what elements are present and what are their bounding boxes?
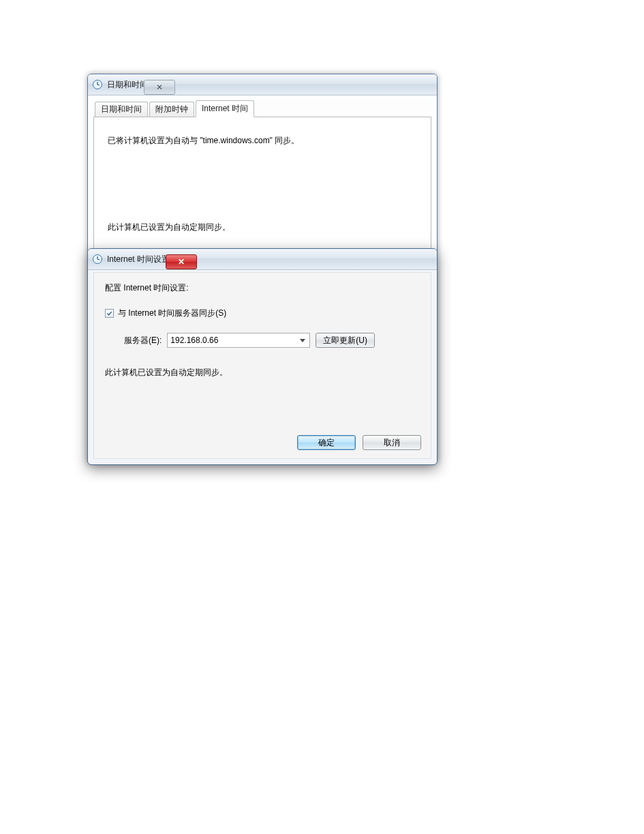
auto-sync-status-text: 此计算机已设置为自动定期同步。 xyxy=(108,222,417,233)
tab-internet-time[interactable]: Internet 时间 xyxy=(196,100,254,117)
check-icon xyxy=(106,310,112,316)
date-time-title: 日期和时间 xyxy=(107,79,148,91)
date-time-titlebar[interactable]: 日期和时间 ✕ xyxy=(88,74,437,95)
settings-body: 配置 Internet 时间设置: 与 Internet 时间服务器同步(S) … xyxy=(93,272,431,459)
settings-title: Internet 时间设置 xyxy=(107,254,170,265)
sync-info-text: 已将计算机设置为自动与 "time.windows.com" 同步。 xyxy=(108,135,417,147)
clock-icon xyxy=(92,79,103,90)
close-button[interactable]: ✕ xyxy=(166,254,197,269)
tab-date-time[interactable]: 日期和时间 xyxy=(95,102,148,117)
settings-titlebar[interactable]: Internet 时间设置 ✕ xyxy=(88,249,437,270)
server-label: 服务器(E): xyxy=(124,335,162,346)
cancel-button[interactable]: 取消 xyxy=(363,435,421,450)
sync-checkbox[interactable] xyxy=(105,309,114,318)
tab-label: Internet 时间 xyxy=(202,103,248,115)
dialog-buttons: 确定 取消 xyxy=(297,435,421,450)
chevron-down-icon xyxy=(300,339,305,342)
ok-label: 确定 xyxy=(318,437,335,449)
ok-button[interactable]: 确定 xyxy=(297,435,356,450)
auto-sync-status-text: 此计算机已设置为自动定期同步。 xyxy=(105,367,420,378)
tab-label: 日期和时间 xyxy=(101,104,142,115)
close-icon: ✕ xyxy=(156,83,163,92)
update-now-label: 立即更新(U) xyxy=(323,335,367,346)
close-button[interactable]: ✕ xyxy=(144,80,175,95)
tabstrip: 日期和时间 附加时钟 Internet 时间 xyxy=(93,100,431,117)
internet-time-settings-dialog: Internet 时间设置 ✕ 配置 Internet 时间设置: 与 Inte… xyxy=(87,248,438,465)
server-input[interactable] xyxy=(170,336,296,345)
sync-checkbox-label: 与 Internet 时间服务器同步(S) xyxy=(118,308,226,319)
update-now-button[interactable]: 立即更新(U) xyxy=(316,333,375,348)
server-dropdown-button[interactable] xyxy=(297,335,308,346)
clock-icon xyxy=(92,254,103,265)
server-row: 服务器(E): 立即更新(U) xyxy=(124,333,420,348)
tab-additional-clocks[interactable]: 附加时钟 xyxy=(149,102,194,117)
server-combobox[interactable] xyxy=(167,333,310,348)
tab-label: 附加时钟 xyxy=(155,104,188,115)
close-icon: ✕ xyxy=(178,257,185,267)
cancel-label: 取消 xyxy=(384,437,400,449)
config-heading: 配置 Internet 时间设置: xyxy=(105,282,420,294)
sync-checkbox-row: 与 Internet 时间服务器同步(S) xyxy=(105,308,420,319)
